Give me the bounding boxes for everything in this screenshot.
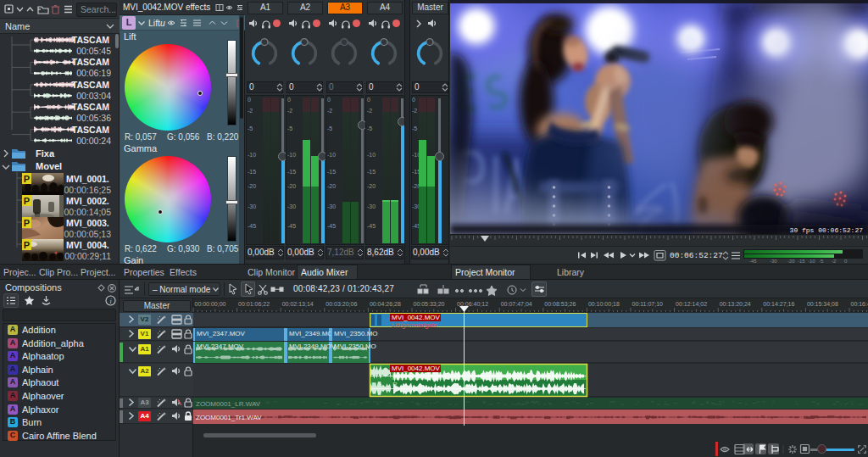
svg-text:P: P (24, 218, 30, 228)
svg-text:R: R (371, 381, 376, 388)
svg-text:P: P (24, 196, 30, 206)
svg-text:P: P (24, 174, 30, 184)
svg-text:00:00:00;00: 00:00:00;00 (195, 301, 226, 307)
svg-text:MVI-2347.MOV: MVI-2347.MOV (197, 343, 244, 350)
svg-text:MVI-2349.MOV: MVI-2349.MOV (289, 343, 337, 350)
svg-text:00:14:27;16: 00:14:27;16 (763, 301, 794, 307)
svg-text:MVI-2350.MO: MVI-2350.MO (334, 343, 376, 350)
svg-text:00:11:07;10: 00:11:07;10 (632, 301, 664, 307)
svg-text:00:02:13;14: 00:02:13;14 (282, 301, 314, 307)
svg-text:MVI_0042.MOV: MVI_0042.MOV (392, 365, 441, 372)
svg-text:00:01:06;22: 00:01:06;22 (238, 301, 270, 307)
svg-text:00:16:41;00: 00:16:41;00 (851, 301, 868, 307)
svg-text:ZOOM0001_LR.WAV: ZOOM0001_LR.WAV (196, 400, 261, 408)
svg-text:00:12:14;02: 00:12:14;02 (676, 301, 707, 307)
svg-text:00:13:20;24: 00:13:20;24 (720, 301, 751, 307)
svg-text:00:05:33;20: 00:05:33;20 (414, 301, 445, 307)
svg-text:00:08:53;26: 00:08:53;26 (544, 301, 576, 307)
svg-text:P: P (24, 240, 30, 250)
svg-text:i: i (109, 298, 111, 305)
svg-text:ZOOM0001_Tr1.WAV: ZOOM0001_Tr1.WAV (196, 414, 262, 421)
svg-text:00:15:34;08: 00:15:34;08 (807, 301, 838, 307)
svg-text:00:07:47;04: 00:07:47;04 (501, 301, 532, 307)
svg-text:00:10:00;18: 00:10:00;18 (588, 301, 620, 307)
svg-text:00:03:20;06: 00:03:20;06 (326, 301, 357, 307)
svg-text:R: R (392, 381, 398, 388)
svg-text:00:04:26;28: 00:04:26;28 (370, 301, 401, 307)
